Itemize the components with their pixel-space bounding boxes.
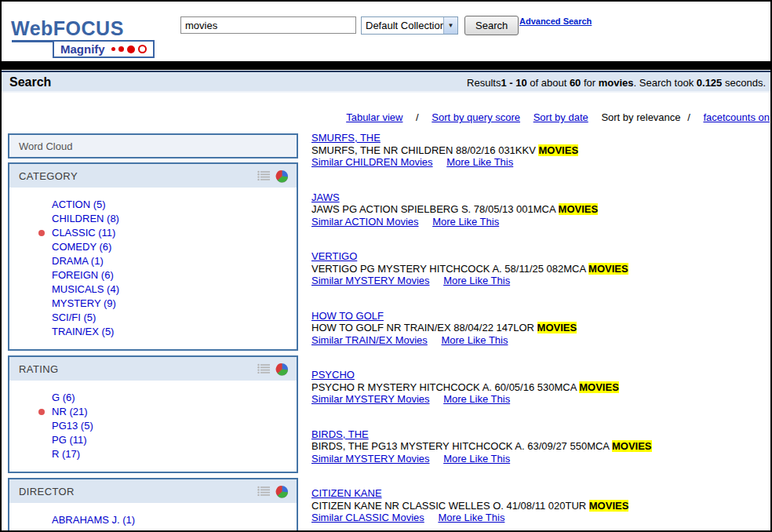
result-description: VERTIGO PG MYSTERY HITCHCOCK A. 58/11/25… bbox=[311, 263, 588, 275]
list-view-icon[interactable] bbox=[257, 170, 271, 181]
results-label: Results bbox=[467, 77, 501, 89]
similar-movies-link[interactable]: Similar CHILDREN Movies bbox=[311, 156, 433, 168]
header-divider-bar bbox=[2, 61, 770, 70]
result-description-line: SMURFS, THE NR CHILDREN 88/02/16 031KKV … bbox=[311, 144, 771, 157]
result-title-link[interactable]: VERTIGO bbox=[311, 250, 357, 262]
word-cloud-panel[interactable]: Word Cloud bbox=[8, 133, 298, 159]
facet-panel: CATEGORY ACTION (5)CHIL bbox=[8, 162, 298, 351]
more-like-this-link[interactable]: More Like This bbox=[443, 453, 510, 465]
facetcounts-toggle-link[interactable]: facetcounts on bbox=[703, 111, 770, 123]
search-button[interactable]: Search bbox=[464, 16, 519, 35]
facet-item[interactable]: ABRAHAMS J. (1) bbox=[52, 513, 289, 527]
facet-header: DIRECTOR bbox=[9, 479, 297, 503]
facet-item[interactable]: PG13 (5) bbox=[52, 419, 289, 433]
similar-movies-link[interactable]: Similar ACTION Movies bbox=[311, 216, 419, 228]
results-total: 60 bbox=[570, 77, 581, 89]
list-view-icon[interactable] bbox=[257, 486, 271, 497]
facet-sidebar: Word Cloud CATEGORY bbox=[8, 133, 298, 532]
result-highlight-term: MOVIES bbox=[612, 440, 652, 452]
facet-body: G (6)NR (21)PG13 (5)PG (11)R (17) bbox=[9, 381, 297, 472]
facet-panel: DIRECTOR ABRAHAMS J. (1 bbox=[8, 478, 298, 532]
pie-chart-icon[interactable] bbox=[275, 485, 289, 498]
results-time: 0.125 bbox=[697, 77, 723, 89]
facet-header: CATEGORY bbox=[9, 164, 297, 188]
result-title-link[interactable]: SMURFS, THE bbox=[311, 132, 381, 144]
search-result: CITIZEN KANE CITIZEN KANE NR CLASSIC WEL… bbox=[311, 487, 771, 524]
facet-item[interactable]: CHILDREN (8) bbox=[52, 212, 289, 226]
result-title-link[interactable]: PSYCHO bbox=[311, 369, 355, 381]
results-term: movies bbox=[599, 77, 634, 89]
result-description-line: PSYCHO R MYSTERY HITCHCOCK A. 60/05/16 5… bbox=[311, 381, 771, 394]
sort-bar: Tabular view / Sort by query score Sort … bbox=[311, 111, 770, 123]
facet-item[interactable]: ACTION (5) bbox=[52, 198, 289, 212]
magnify-dot-icon bbox=[111, 47, 115, 51]
magnify-ring-icon bbox=[138, 45, 147, 53]
collection-dropdown-value: Default Collection bbox=[362, 17, 443, 34]
result-title-link[interactable]: BIRDS, THE bbox=[311, 428, 369, 440]
result-title-link[interactable]: JAWS bbox=[311, 191, 340, 203]
result-description-line: JAWS PG ACTION SPIELBERG S. 78/05/13 001… bbox=[311, 203, 771, 216]
more-like-this-link[interactable]: More Like This bbox=[438, 512, 504, 523]
result-links: Similar CLASSIC Movies More Like This bbox=[311, 512, 771, 524]
sort-by-query-score-link[interactable]: Sort by query score bbox=[432, 111, 520, 123]
similar-movies-link[interactable]: Similar CLASSIC Movies bbox=[311, 512, 424, 523]
facet-item[interactable]: TRAIN/EX (5) bbox=[52, 325, 289, 339]
search-input[interactable] bbox=[180, 16, 356, 34]
facet-panel: RATING G (6)NR (21)PG13 bbox=[8, 355, 298, 473]
facet-header: RATING bbox=[9, 357, 297, 381]
results-text: seconds. bbox=[722, 77, 766, 89]
result-title-link[interactable]: CITIZEN KANE bbox=[311, 487, 382, 499]
sort-separator: / bbox=[687, 111, 690, 123]
facet-item[interactable]: R (17) bbox=[52, 447, 289, 461]
facet-item[interactable]: PG (11) bbox=[52, 433, 289, 447]
facet-item[interactable]: MUSICALS (4) bbox=[52, 282, 289, 297]
facet-item[interactable]: G (6) bbox=[52, 391, 289, 405]
facet-item[interactable]: CLASSIC (11) bbox=[52, 226, 289, 240]
more-like-this-link[interactable]: More Like This bbox=[446, 156, 513, 168]
advanced-search-link[interactable]: Advanced Search bbox=[519, 16, 592, 26]
list-view-icon[interactable] bbox=[257, 363, 271, 374]
facet-item[interactable]: NR (21) bbox=[52, 405, 289, 419]
similar-movies-link[interactable]: Similar MYSTERY Movies bbox=[311, 393, 430, 405]
similar-movies-link[interactable]: Similar TRAIN/EX Movies bbox=[311, 334, 428, 346]
results-text: for bbox=[581, 77, 598, 89]
facet-item[interactable]: FOREIGN (6) bbox=[52, 268, 289, 282]
result-highlight-term: MOVIES bbox=[559, 203, 599, 215]
similar-movies-link[interactable]: Similar MYSTERY Movies bbox=[311, 453, 430, 465]
pie-chart-icon[interactable] bbox=[275, 363, 289, 376]
facet-item[interactable]: SCI/FI (5) bbox=[52, 311, 289, 325]
search-result: PSYCHO PSYCHO R MYSTERY HITCHCOCK A. 60/… bbox=[311, 369, 771, 406]
more-like-this-link[interactable]: More Like This bbox=[443, 393, 510, 405]
sort-separator: / bbox=[416, 111, 419, 123]
result-description: PSYCHO R MYSTERY HITCHCOCK A. 60/05/16 5… bbox=[311, 381, 579, 393]
result-links: Similar MYSTERY Movies More Like This bbox=[311, 275, 771, 287]
result-highlight-term: MOVIES bbox=[538, 144, 578, 156]
result-description: HOW TO GOLF NR TRAIN/EX 88/04/22 147LOR bbox=[311, 322, 537, 333]
tabular-view-link[interactable]: Tabular view bbox=[346, 111, 402, 123]
result-links: Similar ACTION Movies More Like This bbox=[311, 216, 771, 228]
pie-chart-icon[interactable] bbox=[275, 169, 289, 183]
facet-item[interactable]: COMEDY (6) bbox=[52, 240, 289, 254]
result-links: Similar MYSTERY Movies More Like This bbox=[311, 393, 771, 406]
facet-item[interactable]: ALLEN W. (1) bbox=[52, 527, 289, 532]
search-result: BIRDS, THE BIRDS, THE PG13 MYSTERY HITCH… bbox=[311, 428, 771, 465]
chevron-down-icon[interactable]: ▼ bbox=[443, 17, 457, 34]
result-highlight-term: MOVIES bbox=[589, 500, 629, 512]
result-highlight-term: MOVIES bbox=[579, 381, 619, 393]
sort-by-date-link[interactable]: Sort by date bbox=[533, 111, 588, 123]
results-summary: Results1 - 10 of about 60 for movies. Se… bbox=[467, 77, 766, 89]
facet-item[interactable]: DRAMA (1) bbox=[52, 254, 289, 268]
more-like-this-link[interactable]: More Like This bbox=[432, 216, 499, 228]
sort-by-relevance-current: Sort by relevance bbox=[601, 111, 680, 123]
result-description: CITIZEN KANE NR CLASSIC WELLES O. 41/08/… bbox=[311, 500, 589, 512]
webfocus-magnify-page: WebFOCUS Magnify Default Collection ▼ Se… bbox=[0, 0, 772, 532]
more-like-this-link[interactable]: More Like This bbox=[441, 334, 508, 346]
result-title-link[interactable]: HOW TO GOLF bbox=[311, 310, 384, 322]
result-description-line: HOW TO GOLF NR TRAIN/EX 88/04/22 147LOR … bbox=[311, 322, 771, 334]
magnify-dot-icon bbox=[127, 46, 135, 53]
result-highlight-term: MOVIES bbox=[537, 322, 577, 333]
more-like-this-link[interactable]: More Like This bbox=[443, 275, 510, 286]
facet-item[interactable]: MYSTERY (9) bbox=[52, 297, 289, 311]
collection-dropdown[interactable]: Default Collection ▼ bbox=[361, 16, 458, 35]
similar-movies-link[interactable]: Similar MYSTERY Movies bbox=[311, 275, 430, 286]
